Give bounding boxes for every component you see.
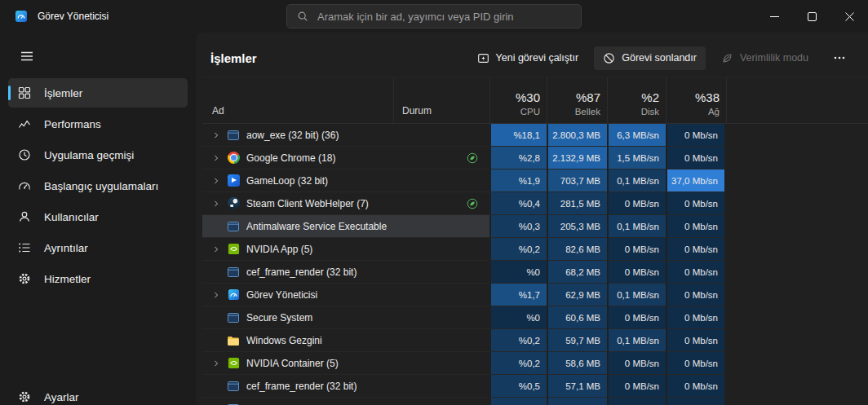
sidebar-item-uygulama-gecmisi[interactable]: Uygulama geçmişi xyxy=(8,140,188,169)
expand-chevron-icon[interactable] xyxy=(212,291,224,299)
process-status-cell xyxy=(393,306,489,329)
process-row[interactable]: cef_frame_render (32 bit) %0,5 57,1 MB 0… xyxy=(202,375,868,398)
process-row[interactable]: Görev Yöneticisi %1,7 62,9 MB 0,1 MB/sn … xyxy=(202,284,868,306)
row-filler xyxy=(726,169,868,192)
memory-value-cell: 82,6 MB xyxy=(547,238,607,261)
window-controls xyxy=(755,0,868,33)
process-name: cef_frame_render (32 bit) xyxy=(246,381,356,392)
process-row[interactable]: Antimalware Service Executable %0,3 205,… xyxy=(202,215,868,238)
cpu-value-cell: %0 xyxy=(489,306,547,329)
disk-value-cell: 0 MB/sn xyxy=(607,375,666,398)
row-filler xyxy=(726,284,868,306)
services-icon xyxy=(16,272,33,285)
sidebar-item-performans[interactable]: Performans xyxy=(8,109,188,139)
process-status-cell xyxy=(393,238,489,261)
row-filler xyxy=(726,215,868,238)
run-new-task-button[interactable]: Yeni görevi çalıştır xyxy=(468,46,588,70)
search-box[interactable] xyxy=(286,4,582,29)
column-header-disk[interactable]: %2 Disk xyxy=(607,77,666,123)
table-header-row: Ad Durum %30 CPU %87 Bellek %2 Disk xyxy=(202,77,868,124)
close-button[interactable] xyxy=(830,0,868,33)
row-filler xyxy=(726,329,868,352)
disk-value-cell: 0,1 MB/sn xyxy=(607,284,666,306)
cpu-total-percent: %30 xyxy=(516,90,540,104)
sidebar-item-label: Hizmetler xyxy=(44,273,91,285)
cpu-value-cell xyxy=(489,398,547,405)
processes-icon xyxy=(16,86,33,99)
expand-chevron-icon[interactable] xyxy=(212,200,224,208)
memory-column-label: Bellek xyxy=(575,107,600,117)
efficiency-leaf-icon xyxy=(721,52,733,64)
sidebar-item-hizmetler[interactable]: Hizmetler xyxy=(8,264,188,293)
memory-value-cell: 60,6 MB xyxy=(547,306,607,329)
memory-value-cell: 2.132,9 MB xyxy=(547,147,607,169)
process-name: aow_exe (32 bit) (36) xyxy=(246,130,339,141)
startup-icon xyxy=(16,179,33,192)
process-row[interactable]: Windows Gezgini %0,2 59,7 MB 0,1 MB/sn 0… xyxy=(202,329,868,352)
process-row[interactable]: Google Chrome (18) %2,8 2.132,9 MB 1,5 M… xyxy=(202,147,868,169)
network-value-cell: 0 Mb/sn xyxy=(666,192,726,215)
process-row[interactable]: cef_frame_render (32 bit) %0 68,2 MB 0 M… xyxy=(202,261,868,284)
process-row[interactable]: GameLoop (32 bit) %1,9 703,7 MB 0,1 MB/s… xyxy=(202,169,868,192)
expand-chevron-icon[interactable] xyxy=(212,245,224,253)
process-name: Görev Yöneticisi xyxy=(246,289,317,301)
network-value-cell: 0 Mb/sn xyxy=(666,215,726,238)
more-options-button[interactable] xyxy=(824,51,855,65)
titlebar: Görev Yöneticisi xyxy=(0,0,868,33)
process-status-cell xyxy=(393,284,489,306)
process-row[interactable]: NVIDIA Container (5) %0,2 58,6 MB 0 MB/s… xyxy=(202,352,868,375)
process-row[interactable]: Steam Client WebHelper (7) %0,4 281,5 MB… xyxy=(202,192,868,215)
network-value-cell: 0 Mb/sn xyxy=(666,238,726,261)
column-header-network[interactable]: %38 Ağ xyxy=(666,77,726,123)
memory-value-cell: 62,9 MB xyxy=(547,284,607,306)
sidebar-item-label: Ayrıntılar xyxy=(44,242,88,254)
sidebar-item-kullanicilar[interactable]: Kullanıcılar xyxy=(8,202,188,231)
expand-chevron-icon[interactable] xyxy=(212,177,224,185)
cpu-value-cell: %0,5 xyxy=(489,375,547,398)
memory-value-cell: 2.800,3 MB xyxy=(547,124,607,147)
efficiency-mode-label: Verimlilik modu xyxy=(740,52,808,64)
expand-chevron-icon[interactable] xyxy=(212,154,224,162)
column-header-name-label: Ad xyxy=(212,105,393,117)
app-window-icon xyxy=(227,266,240,279)
minimize-button[interactable] xyxy=(755,0,793,33)
sidebar-item-islemler[interactable]: İşlemler xyxy=(8,78,188,108)
process-row[interactable] xyxy=(202,398,868,405)
search-input[interactable] xyxy=(316,10,571,24)
process-row[interactable]: NVIDIA App (5) %0,2 82,6 MB 0 MB/sn 0 Mb… xyxy=(202,238,868,261)
app-history-icon xyxy=(16,148,33,161)
expand-chevron-icon[interactable] xyxy=(212,359,224,368)
maximize-button[interactable] xyxy=(793,0,830,33)
column-header-status[interactable]: Durum xyxy=(393,77,489,123)
disk-value-cell: 0 MB/sn xyxy=(607,352,666,375)
row-filler xyxy=(726,375,868,398)
expand-chevron-icon[interactable] xyxy=(212,131,224,139)
hamburger-menu-button[interactable] xyxy=(13,44,41,68)
process-row[interactable]: aow_exe (32 bit) (36) %18,1 2.800,3 MB 6… xyxy=(202,124,868,147)
sidebar-item-baslangic-uygulamalari[interactable]: Başlangıç uygulamaları xyxy=(8,171,188,200)
efficiency-mode-button[interactable]: Verimlilik modu xyxy=(712,46,817,70)
network-value-cell: 0 Mb/sn xyxy=(666,375,726,398)
process-status-cell xyxy=(393,261,489,284)
column-header-name[interactable]: Ad xyxy=(202,77,393,123)
settings-icon xyxy=(16,390,33,403)
column-header-cpu[interactable]: %30 CPU xyxy=(489,77,547,123)
disk-value-cell: 0 MB/sn xyxy=(607,238,666,261)
process-name: NVIDIA App (5) xyxy=(246,244,312,255)
disk-total-percent: %2 xyxy=(641,90,659,104)
process-row[interactable]: Secure System %0 60,6 MB 0 MB/sn 0 Mb/sn xyxy=(202,306,868,329)
end-task-button[interactable]: Görevi sonlandır xyxy=(594,46,706,70)
nvidia-icon xyxy=(227,357,240,369)
sidebar-item-ayrintilar[interactable]: Ayrıntılar xyxy=(8,233,188,262)
column-header-memory[interactable]: %87 Bellek xyxy=(547,77,607,123)
sidebar-item-label: Performans xyxy=(44,118,101,130)
row-filler xyxy=(726,398,868,405)
process-name: Google Chrome (18) xyxy=(246,152,335,164)
sidebar-item-label: Ayarlar xyxy=(44,391,79,403)
row-filler xyxy=(726,147,868,169)
users-icon xyxy=(16,210,33,223)
disk-value-cell: 1,5 MB/sn xyxy=(607,147,666,169)
process-status-cell xyxy=(393,352,489,375)
sidebar-item-ayarlar[interactable]: Ayarlar xyxy=(8,382,188,405)
network-value-cell: 0 Mb/sn xyxy=(666,329,726,352)
